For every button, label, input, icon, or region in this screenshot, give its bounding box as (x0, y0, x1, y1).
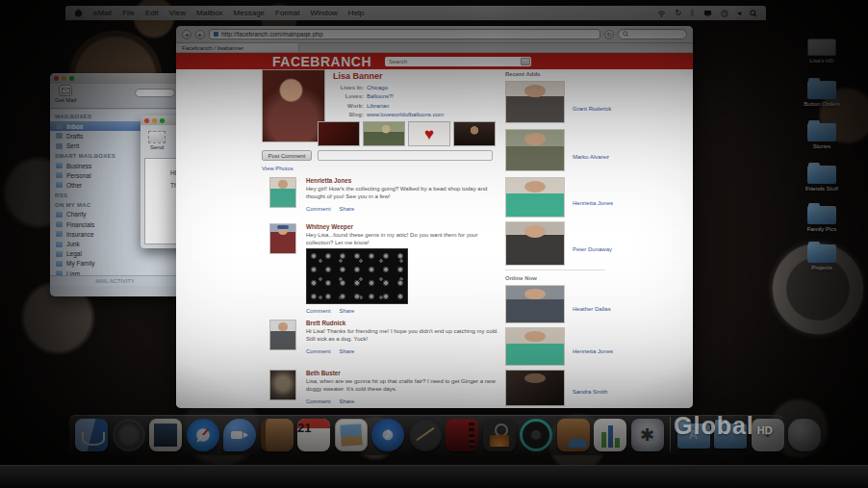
avatar[interactable] (269, 370, 296, 400)
menu-item-email[interactable]: eMail (93, 9, 112, 17)
friend-name[interactable]: Marko Alvarez (573, 154, 609, 160)
comment-link[interactable]: Comment (306, 398, 331, 404)
menu-item-message[interactable]: Message (234, 9, 265, 17)
friend-name[interactable]: Peter Dunaway (573, 246, 612, 252)
menu-item-format[interactable]: Format (275, 9, 299, 17)
send-button[interactable]: Send (148, 131, 166, 150)
friend-name[interactable]: Grant Roderick (573, 106, 611, 112)
commenter-name[interactable]: Beth Buster (306, 370, 341, 376)
back-button[interactable]: ◂ (182, 30, 191, 39)
mail-search-field[interactable] (135, 89, 175, 97)
trash-icon[interactable] (788, 419, 821, 451)
safari-icon[interactable] (187, 419, 219, 451)
displays-icon[interactable] (703, 10, 712, 17)
menu-item-edit[interactable]: Edit (145, 9, 159, 17)
avatar[interactable] (269, 177, 296, 208)
desktop-icon-friends-stuff[interactable]: Friends Stuff (794, 166, 850, 193)
friend-name[interactable]: Sandra Smith (573, 389, 607, 395)
commenter-name[interactable]: Brett Rudnick (306, 320, 345, 326)
idvd-icon[interactable] (520, 419, 552, 451)
post-comment-button[interactable]: Post Comment (262, 150, 312, 161)
friend-photo[interactable] (505, 129, 565, 171)
avatar[interactable] (269, 320, 296, 350)
friend-photo[interactable] (505, 285, 565, 323)
field-value[interactable]: Balloons?! (367, 92, 394, 101)
friend-photo[interactable] (505, 221, 565, 266)
friend-name[interactable]: Heather Dallas (573, 306, 611, 312)
zoom-button[interactable] (69, 76, 74, 81)
comment-input[interactable] (318, 150, 493, 161)
avatar[interactable] (269, 223, 296, 254)
menu-item-help[interactable]: Help (348, 9, 364, 17)
share-link[interactable]: Share (340, 206, 355, 212)
volume-icon[interactable]: ◂ (737, 9, 741, 17)
share-link[interactable]: Share (340, 398, 355, 404)
photo-thumb-portrait[interactable] (453, 121, 496, 146)
browser-search-field[interactable] (618, 29, 687, 39)
close-button[interactable] (144, 118, 149, 123)
sidebar-item-legal[interactable]: Legal (50, 249, 180, 259)
comment-link[interactable]: Comment (306, 348, 331, 354)
close-button[interactable] (54, 76, 59, 81)
minimize-button[interactable] (152, 118, 157, 123)
facebranch-logo[interactable]: FACEBRANCH (272, 53, 371, 69)
preview-icon[interactable] (149, 419, 182, 451)
reload-button[interactable]: ↻ (604, 30, 614, 39)
photo-booth-icon[interactable] (483, 419, 516, 451)
forward-button[interactable]: ▸ (195, 30, 205, 39)
comment-link[interactable]: Comment (306, 206, 331, 212)
blog-link[interactable]: www.loveworldofballoons.com (367, 111, 444, 119)
menu-item-view[interactable]: View (169, 9, 186, 17)
wifi-icon[interactable] (657, 10, 666, 17)
iphoto-icon[interactable] (335, 419, 368, 451)
friend-name[interactable]: Henrietta Jones (573, 200, 613, 206)
minimize-button[interactable] (62, 76, 66, 81)
menu-item-mailbox[interactable]: Mailbox (196, 9, 223, 17)
friend-photo[interactable] (505, 327, 565, 366)
commenter-name[interactable]: Whitney Weeper (306, 223, 353, 230)
desktop-icon-button-orders[interactable]: Button Orders (794, 81, 850, 108)
menu-item-file[interactable]: File (122, 9, 135, 17)
zoom-button[interactable] (160, 118, 165, 123)
tab-facebranch[interactable]: Facebranch / lisabanner (176, 43, 299, 52)
finder-icon[interactable] (75, 419, 108, 451)
share-link[interactable]: Share (340, 348, 355, 354)
address-book-icon[interactable] (261, 419, 294, 451)
sidebar-item-my-family[interactable]: My Family (50, 259, 180, 269)
share-link[interactable]: Share (340, 308, 355, 314)
facebranch-search-button[interactable] (521, 58, 530, 65)
mail-titlebar[interactable] (50, 73, 180, 84)
clock-icon[interactable] (721, 10, 728, 17)
field-value[interactable]: Librarian (367, 102, 389, 111)
desktop-icon-hd[interactable]: Lisa's HD (794, 39, 850, 64)
comment-link[interactable]: Comment (306, 308, 331, 314)
itunes-icon[interactable] (371, 419, 404, 451)
buttons-photo[interactable] (306, 248, 408, 304)
ichat-icon[interactable] (223, 419, 256, 451)
sync-icon[interactable]: ↻ (675, 9, 681, 17)
friend-name[interactable]: Henrietta Jones (573, 348, 613, 354)
apple-menu-icon[interactable] (74, 9, 83, 17)
desktop-icon-projects[interactable]: Projects (794, 244, 850, 271)
photo-thumb-heart[interactable]: ♥ (408, 121, 450, 146)
facebranch-search-input[interactable] (389, 59, 521, 64)
commenter-name[interactable]: Henrietta Jones (306, 177, 351, 184)
desktop-icon-stories[interactable]: Stories (794, 123, 850, 150)
imovie-icon[interactable] (446, 419, 478, 451)
friend-photo[interactable] (505, 370, 565, 406)
friend-photo[interactable] (505, 81, 565, 123)
system-preferences-icon[interactable]: ✱ (631, 419, 664, 451)
spotlight-icon[interactable] (750, 10, 757, 17)
get-mail-button[interactable]: Get Mail (55, 85, 76, 103)
numbers-icon[interactable] (594, 419, 626, 451)
address-bar[interactable]: http://facebranch.com/mainpage.php (209, 29, 600, 39)
menu-item-window[interactable]: Window (310, 9, 337, 17)
ical-icon[interactable]: 21 (297, 419, 330, 451)
photo-thumb-buttons[interactable] (318, 121, 360, 146)
view-photos-link[interactable]: View Photos (262, 166, 294, 171)
field-value[interactable]: Chicago (367, 84, 388, 92)
profile-photo[interactable] (262, 69, 325, 142)
dashboard-icon[interactable] (113, 419, 145, 451)
photo-thumb-outdoors[interactable] (363, 121, 405, 146)
garageband-icon[interactable] (409, 419, 442, 451)
